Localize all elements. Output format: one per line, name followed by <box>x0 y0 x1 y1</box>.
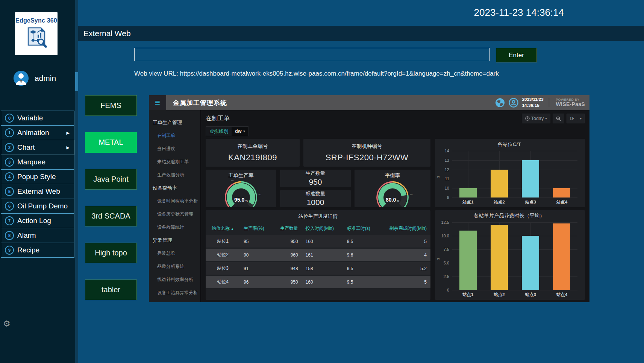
sidebar-menu: 0Variable1Animation▶2Chart▶3Marquee4Popu… <box>1 111 74 258</box>
cell: 96 <box>240 275 272 289</box>
card-title: 在制工单编号 <box>238 143 268 150</box>
y-tick-label: 12 <box>445 167 449 172</box>
nav-item-品质分析系统[interactable]: 品质分析系统 <box>149 260 200 273</box>
x-tick-label: 站点3 <box>525 292 536 298</box>
sidebar-item-external-web[interactable]: 5External Web <box>1 184 74 199</box>
cell: 160 <box>302 235 343 248</box>
table-row[interactable]: 站位4969501609.55 <box>206 275 430 289</box>
column-header-投入时间-min-[interactable]: 投入时间(Min) <box>302 223 343 235</box>
gridline <box>452 179 577 179</box>
page-title: External Web <box>83 29 131 38</box>
gear-icon[interactable]: ⚙ <box>3 319 11 329</box>
svg-text:50: 50 <box>391 179 394 179</box>
sidebar-item-alarm[interactable]: 8Alarm <box>1 228 74 243</box>
nav-item-在制工单[interactable]: 在制工单 <box>149 129 200 142</box>
chart-plot: 02.55.07.510.012.5站点1站点2站点3站点4 <box>452 222 577 290</box>
column-header-标准工时-s-[interactable]: 标准工时(s) <box>343 223 379 235</box>
nav-item-设备故障统计[interactable]: 设备故障统计 <box>149 221 200 234</box>
sidebar-item-oil-pump-demo[interactable]: 6Oil Pump Demo <box>1 199 74 214</box>
sidebar-item-popup-style[interactable]: 4Popup Style <box>1 169 74 184</box>
column-header-站位名称[interactable]: 站位名称▲ <box>206 223 240 235</box>
nav-section-异常管理: 异常管理 <box>149 234 200 247</box>
nav-item-设备工治具异常分析[interactable]: 设备工治具异常分析 <box>149 286 200 299</box>
virtual-line-filter[interactable]: 虚拟线别 dw ▾ <box>206 126 249 136</box>
cell: 站位2 <box>206 248 240 262</box>
time-range-button[interactable]: Today ▾ <box>522 114 550 123</box>
divider <box>549 98 549 107</box>
gridline <box>452 160 577 161</box>
refresh-button-group[interactable]: ⟳ ▾ <box>567 114 585 123</box>
nav-item-线边补料效率分析[interactable]: 线边补料效率分析 <box>149 273 200 286</box>
table-row[interactable]: 站位3919481589.55.2 <box>206 262 430 275</box>
sidebar-item-marquee[interactable]: 3Marquee <box>1 155 74 170</box>
zoom-out-button[interactable] <box>553 114 564 123</box>
table-row[interactable]: 站位1959501609.55 <box>206 235 430 248</box>
item-number-badge: 1 <box>5 128 14 137</box>
y-tick-label: 7.5 <box>444 247 449 252</box>
shortcut-java-point[interactable]: Java Point <box>85 169 137 190</box>
column-header-生产数量[interactable]: 生产数量 <box>272 223 302 235</box>
url-input[interactable] <box>134 48 490 61</box>
shortcut-tabler[interactable]: tabler <box>85 279 137 300</box>
production-rate-gauge: 0408010095.0 % <box>213 179 269 207</box>
hamburger-menu-icon[interactable]: ≡ <box>149 95 166 110</box>
item-number-badge: 9 <box>5 246 14 255</box>
sidebar-item-animation[interactable]: 1Animation▶ <box>1 125 74 140</box>
shortcut-metal[interactable]: METAL <box>85 132 137 153</box>
account-icon[interactable] <box>509 98 518 108</box>
sidebar: EdgeSync 360 admin 0Variable1Animation▶2… <box>0 0 75 363</box>
nav-item-设备时间稼动率分析[interactable]: 设备时间稼动率分析 <box>149 194 200 208</box>
sidebar-scrollbar[interactable] <box>75 0 78 363</box>
wo-number-value: KAN219I809 <box>228 153 277 163</box>
dashboard-time: 14:36:15 <box>522 103 544 109</box>
sidebar-item-label: Popup Style <box>17 173 56 181</box>
x-tick-label: 站点2 <box>494 199 505 205</box>
cell: 5 <box>379 235 430 248</box>
sidebar-scrollbar-thumb[interactable] <box>75 72 78 91</box>
webview-url-label: Web view URL: https://dashboard-metalwor… <box>134 70 499 77</box>
cell: 90 <box>240 248 272 262</box>
username: admin <box>35 74 56 83</box>
table-row[interactable]: 站位2909601619.64 <box>206 248 430 262</box>
cell: 95 <box>240 235 272 248</box>
balance-rate-gauge: 0508010080.0 % <box>364 179 421 207</box>
table-title: 站位生产进度详情 <box>206 210 430 222</box>
shortcut-fems[interactable]: FEMS <box>85 95 137 116</box>
shortcut-high-topo[interactable]: High topo <box>85 243 137 263</box>
sidebar-item-action-log[interactable]: 7Action Log <box>1 213 74 228</box>
nav-item-设备历史状态管理[interactable]: 设备历史状态管理 <box>149 208 200 221</box>
refresh-icon[interactable]: ⟳ <box>570 115 574 122</box>
gridline <box>452 222 577 223</box>
nav-item-异常总览[interactable]: 异常总览 <box>149 247 200 260</box>
globe-icon[interactable] <box>495 98 505 108</box>
refresh-caret-icon[interactable]: ▾ <box>580 117 582 120</box>
nav-item-未结及逾期工单[interactable]: 未结及逾期工单 <box>149 155 200 169</box>
station-ct-chart-card: 各站位C/T s 91011121314站点1站点2站点3站点4 <box>435 139 585 207</box>
enter-button[interactable]: Enter <box>496 48 537 62</box>
card-title: 在制机种编号 <box>352 143 382 150</box>
chart-title: 各站位C/T <box>437 140 581 149</box>
x-tick-label: 站点4 <box>556 199 567 205</box>
y-tick-label: 5.0 <box>444 261 449 265</box>
y-tick-label: 2.5 <box>444 274 449 279</box>
cell: 160 <box>302 275 343 289</box>
powered-by-logo: POWERED BY WISE-PaaS <box>556 98 585 108</box>
y-tick-label: 11 <box>445 176 449 181</box>
table-header-row: 站位名称▲生产率(%)生产数量投入时间(Min)标准工时(s)剩余完成时间(Mi… <box>206 223 430 235</box>
nav-item-生产效能分析[interactable]: 生产效能分析 <box>149 169 200 182</box>
bar-站点4 <box>553 188 570 197</box>
system-clock: 2023-11-23 14:36:14 <box>474 7 564 18</box>
gridline <box>452 290 577 290</box>
std-qty-value: 1000 <box>307 198 324 207</box>
nav-item-当日进度[interactable]: 当日进度 <box>149 142 200 155</box>
sidebar-item-variable[interactable]: 0Variable <box>1 111 74 126</box>
column-header-生产率-[interactable]: 生产率(%) <box>240 223 272 235</box>
column-header-剩余完成时间-min-[interactable]: 剩余完成时间(Min) <box>379 223 430 235</box>
shortcut-3rd-scada[interactable]: 3rd SCADA <box>85 206 137 226</box>
dashboard-datetime: 2023/11/23 14:36:15 <box>522 97 544 108</box>
sidebar-item-chart[interactable]: 2Chart▶ <box>1 140 74 155</box>
cell: 5 <box>379 275 430 289</box>
sidebar-item-recipe[interactable]: 9Recipe <box>1 243 74 258</box>
cell: 950 <box>272 235 302 248</box>
dashboard-toolbar: Today ▾ ⟳ ▾ <box>522 114 585 123</box>
